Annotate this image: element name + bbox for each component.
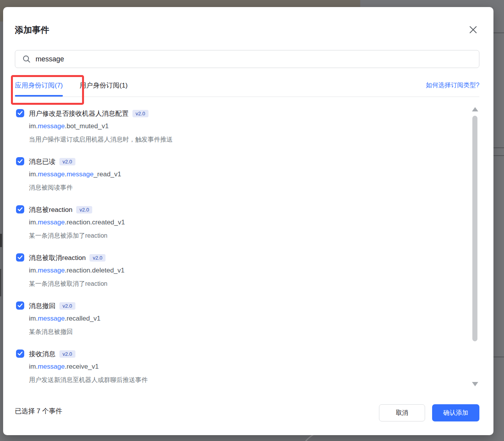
cancel-button[interactable]: 取消 (379, 404, 425, 421)
event-list-item: 接收消息 v2.0 im.message.receive_v1 用户发送新消息至… (16, 349, 454, 397)
event-description: 用户发送新消息至机器人或群聊后推送事件 (29, 375, 454, 385)
event-list-item: 消息撤回 v2.0 im.message.recalled_v1 某条消息被撤回 (16, 301, 454, 349)
search-input-wrapper (15, 50, 479, 68)
background-content-fragment (0, 269, 1, 296)
selected-count-text: 已选择 7 个事件 (15, 407, 62, 416)
event-description: 某条消息被撤回 (29, 327, 454, 337)
background-content-fragment (0, 234, 2, 247)
background-content-line (493, 357, 504, 357)
add-event-dialog: 添加事件 应用身份订阅(7) 用户身份订阅(1) 如何选择订阅类型? (3, 7, 493, 435)
event-checkbox[interactable] (16, 205, 24, 213)
confirm-add-button[interactable]: 确认添加 (432, 404, 479, 421)
checkmark-icon (18, 351, 23, 356)
event-code: im.message.bot_muted_v1 (29, 122, 454, 131)
search-icon (22, 55, 31, 63)
subscription-tabs: 应用身份订阅(7) 用户身份订阅(1) 如何选择订阅类型? (15, 74, 479, 97)
event-title: 接收消息 (29, 350, 55, 359)
search-input[interactable] (36, 55, 474, 63)
version-badge: v2.0 (59, 158, 75, 165)
event-checkbox[interactable] (16, 253, 24, 262)
event-checkbox[interactable] (16, 301, 24, 310)
screen: 添加事件 应用身份订阅(7) 用户身份订阅(1) 如何选择订阅类型? (0, 0, 504, 441)
tab-app-identity-subscription[interactable]: 应用身份订阅(7) (15, 74, 63, 97)
background-content-line (493, 155, 504, 156)
event-code: im.message.recalled_v1 (29, 314, 454, 323)
close-icon[interactable] (467, 24, 479, 36)
event-code: im.message.receive_v1 (29, 362, 454, 371)
subscription-type-help-link[interactable]: 如何选择订阅类型? (426, 81, 479, 90)
checkmark-icon (18, 207, 23, 212)
event-list-item: 消息已读 v2.0 im.message.message_read_v1 消息被… (16, 157, 454, 205)
event-title: 用户修改是否接收机器人消息配置 (29, 109, 129, 118)
event-list-item: 消息被取消reaction v2.0 im.message.reaction.d… (16, 253, 454, 301)
event-list: 用户修改是否接收机器人消息配置 v2.0 im.message.bot_mute… (16, 109, 454, 397)
event-list-item: 用户修改是否接收机器人消息配置 v2.0 im.message.bot_mute… (16, 109, 454, 157)
checkmark-icon (18, 303, 23, 308)
dialog-title: 添加事件 (15, 24, 49, 36)
scrollbar-up-arrow-icon[interactable] (472, 107, 478, 111)
version-badge: v2.0 (59, 350, 75, 358)
close-x-glyph (468, 25, 478, 34)
event-code: im.message.reaction.deleted_v1 (29, 266, 454, 275)
event-checkbox[interactable] (16, 109, 24, 117)
event-title: 消息被reaction (29, 205, 72, 214)
event-description: 当用户操作退订或启用机器人消息时，触发事件推送 (29, 135, 454, 144)
background-content-line (493, 32, 504, 33)
version-badge: v2.0 (89, 254, 105, 262)
background-content-line (493, 147, 504, 148)
event-title: 消息撤回 (29, 301, 55, 310)
event-code: im.message.message_read_v1 (29, 170, 454, 179)
scrollbar-thumb[interactable] (472, 116, 477, 341)
scrollbar-down-arrow-icon[interactable] (472, 382, 478, 386)
event-description: 消息被阅读事件 (29, 183, 454, 192)
checkmark-icon (18, 159, 23, 163)
checkmark-icon (18, 255, 23, 260)
tab-user-identity-subscription[interactable]: 用户身份订阅(1) (80, 74, 128, 97)
event-checkbox[interactable] (16, 350, 24, 358)
checkmark-icon (18, 111, 23, 115)
event-checkbox[interactable] (16, 157, 24, 165)
event-title: 消息已读 (29, 157, 55, 166)
event-description: 某一条消息被取消了reaction (29, 279, 454, 289)
event-title: 消息被取消reaction (29, 253, 86, 262)
version-badge: v2.0 (76, 206, 92, 213)
event-description: 某一条消息被添加了reaction (29, 231, 454, 240)
event-list-item: 消息被reaction v2.0 im.message.reaction.cre… (16, 205, 454, 253)
version-badge: v2.0 (59, 302, 75, 310)
version-badge: v2.0 (132, 110, 148, 117)
event-code: im.message.reaction.created_v1 (29, 218, 454, 227)
